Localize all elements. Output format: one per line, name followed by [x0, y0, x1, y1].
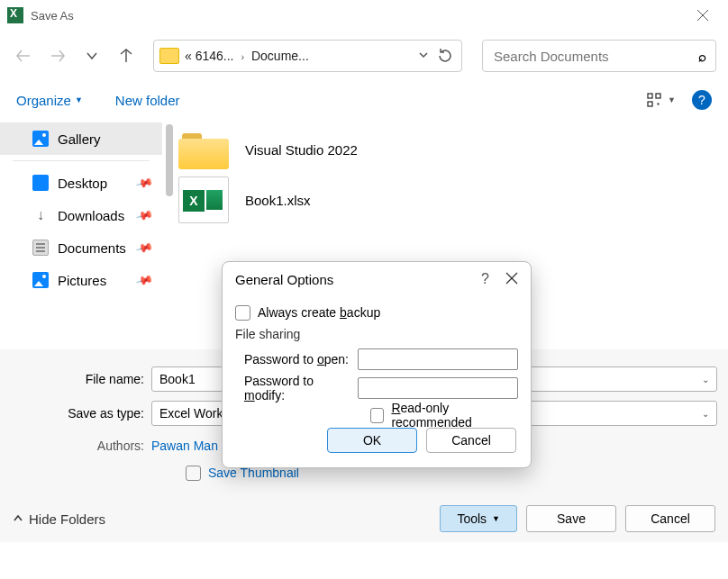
pictures-icon — [32, 272, 49, 288]
title-bar: Save As — [0, 0, 728, 31]
search-box[interactable]: ⌕ — [482, 40, 716, 72]
sidebar-item-label: Downloads — [58, 208, 124, 223]
save-thumbnail-checkbox[interactable] — [186, 466, 201, 481]
nav-forward-button[interactable] — [45, 43, 70, 68]
file-item-folder[interactable]: Visual Studio 2022 — [171, 124, 719, 175]
breadcrumb-text: « 6146... › Docume... — [185, 49, 413, 63]
dialog-ok-button[interactable]: OK — [327, 428, 417, 453]
sidebar: Gallery Desktop 📌 ↓ Downloads 📌 Document… — [0, 119, 162, 349]
file-name-value: Book1 — [159, 372, 196, 386]
chevron-down-icon[interactable]: ⌄ — [702, 375, 709, 384]
authors-label: Authors: — [74, 439, 151, 453]
new-folder-button[interactable]: New folder — [115, 93, 180, 108]
file-name-label: File name: — [11, 372, 151, 386]
pin-icon: 📌 — [134, 271, 153, 290]
help-button[interactable]: ? — [692, 90, 712, 110]
sidebar-separator — [13, 160, 150, 161]
file-label: Book1.xlsx — [245, 193, 311, 208]
dialog-title-bar: General Options ? — [223, 262, 531, 296]
nav-row: « 6146... › Docume... ⌕ — [0, 31, 728, 81]
gallery-icon — [32, 131, 49, 147]
dialog-title: General Options — [235, 272, 333, 287]
footer: Hide Folders Tools▼ Save Cancel — [0, 495, 728, 542]
nav-recent-dropdown[interactable] — [79, 43, 105, 68]
downloads-icon: ↓ — [32, 207, 49, 223]
breadcrumb-bar[interactable]: « 6146... › Docume... — [153, 40, 462, 72]
dialog-help-button[interactable]: ? — [481, 271, 489, 287]
svg-rect-7 — [648, 102, 652, 106]
password-modify-label: Password to modify: — [235, 374, 358, 403]
sidebar-item-downloads[interactable]: ↓ Downloads 📌 — [0, 199, 162, 231]
search-input[interactable] — [492, 48, 698, 65]
sidebar-item-label: Desktop — [58, 176, 107, 191]
dialog-cancel-button[interactable]: Cancel — [426, 428, 516, 453]
folder-icon — [178, 130, 229, 169]
organize-menu[interactable]: Organize▼ — [16, 93, 83, 108]
file-item-excel[interactable]: Book1.xlsx — [171, 175, 719, 225]
sidebar-item-label: Documents — [58, 240, 126, 256]
file-sharing-group-label: File sharing — [235, 327, 518, 341]
save-type-label: Save as type: — [11, 406, 151, 421]
password-open-input[interactable] — [358, 348, 518, 370]
sidebar-item-gallery[interactable]: Gallery — [0, 122, 162, 155]
sidebar-item-label: Gallery — [58, 131, 101, 147]
documents-icon — [32, 240, 49, 256]
search-icon: ⌕ — [698, 49, 706, 64]
nav-up-button[interactable] — [114, 43, 139, 68]
toolbar: Organize▼ New folder ▼ ? — [0, 81, 728, 119]
view-options[interactable]: ▼ — [646, 92, 676, 108]
save-button[interactable]: Save — [526, 505, 616, 532]
hide-folders-button[interactable]: Hide Folders — [13, 511, 105, 527]
sidebar-item-label: Pictures — [58, 273, 106, 288]
desktop-icon — [32, 175, 49, 191]
sidebar-item-documents[interactable]: Documents 📌 — [0, 231, 162, 264]
nav-back-button[interactable] — [11, 43, 36, 68]
breadcrumb-dropdown-icon[interactable] — [413, 48, 434, 64]
password-open-label: Password to open: — [235, 352, 358, 366]
app-icon — [7, 7, 23, 23]
cancel-button[interactable]: Cancel — [625, 505, 715, 532]
general-options-dialog: General Options ? Always create backup F… — [222, 261, 532, 468]
always-backup-checkbox[interactable] — [235, 305, 250, 321]
sidebar-scrollbar[interactable] — [166, 124, 173, 196]
always-backup-label: Always create backup — [258, 305, 380, 320]
svg-rect-6 — [656, 94, 660, 98]
svg-rect-5 — [648, 94, 652, 98]
pin-icon: 📌 — [134, 174, 153, 193]
dialog-close-button[interactable] — [505, 272, 518, 287]
password-modify-input[interactable] — [358, 377, 518, 399]
pin-icon: 📌 — [134, 206, 153, 225]
svg-point-8 — [658, 104, 659, 104]
folder-icon — [159, 48, 179, 64]
authors-value[interactable]: Pawan Man — [151, 439, 218, 453]
sidebar-item-pictures[interactable]: Pictures 📌 — [0, 264, 162, 296]
tools-menu[interactable]: Tools▼ — [440, 505, 517, 532]
readonly-label: Read-only recommended — [391, 401, 518, 430]
refresh-button[interactable] — [434, 43, 456, 68]
readonly-checkbox[interactable] — [370, 408, 384, 423]
pin-icon: 📌 — [134, 239, 153, 258]
chevron-down-icon[interactable]: ⌄ — [702, 409, 709, 419]
window-title: Save As — [31, 9, 74, 23]
excel-file-icon — [178, 176, 229, 223]
file-label: Visual Studio 2022 — [245, 142, 358, 158]
window-close-button[interactable] — [685, 2, 721, 29]
sidebar-item-desktop[interactable]: Desktop 📌 — [0, 167, 162, 199]
